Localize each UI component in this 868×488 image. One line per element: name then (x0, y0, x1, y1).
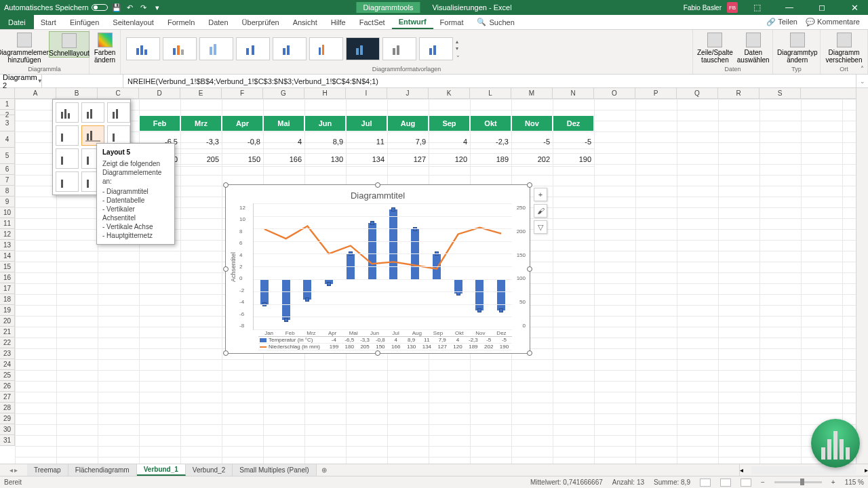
column-header[interactable]: A (15, 88, 56, 98)
vertical-scrollbar[interactable] (856, 88, 868, 464)
styles-scroll[interactable]: ▴▾⌄ (456, 39, 460, 58)
switch-row-column-button[interactable]: Zeile/Spalte tauschen (697, 31, 733, 64)
row-header[interactable]: 21 (0, 327, 14, 338)
zoom-level[interactable]: 115 % (845, 479, 864, 486)
resize-handle[interactable] (375, 350, 380, 356)
row-header[interactable]: 6 (0, 164, 14, 175)
column-header[interactable]: B (56, 88, 98, 98)
row-header[interactable]: 19 (0, 305, 14, 316)
cell-precip[interactable]: 150 (222, 152, 263, 167)
month-header[interactable]: Nov (511, 115, 553, 131)
resize-handle[interactable] (223, 182, 229, 188)
sheet-nav[interactable]: ◂ ▸ (0, 464, 27, 476)
row-header[interactable]: 12 (0, 229, 14, 240)
row-header[interactable]: 27 (0, 392, 14, 403)
chart-style-thumb[interactable] (419, 37, 453, 60)
row-header[interactable]: 20 (0, 316, 14, 327)
column-header[interactable]: R (718, 88, 760, 98)
comments-button[interactable]: 💬 Kommentare (806, 18, 860, 26)
ribbon-tab-format[interactable]: Format (433, 15, 471, 29)
month-header[interactable]: Jul (346, 115, 387, 131)
chart-style-thumb[interactable] (309, 37, 343, 60)
ribbon-tab-ansicht[interactable]: Ansicht (286, 15, 324, 29)
sheet-tab[interactable]: Small Multiples (Panel) (233, 464, 316, 476)
cell-temp[interactable]: -5 (511, 134, 553, 149)
y-axis-title[interactable]: Achsentitel (229, 203, 238, 330)
file-tab[interactable]: Datei (0, 15, 34, 29)
chart-title[interactable]: Diagrammtitel (229, 188, 527, 203)
row-header[interactable]: 10 (0, 207, 14, 218)
sheet-tab[interactable]: Treemap (27, 464, 68, 476)
redo-icon[interactable]: ↷ (139, 3, 149, 12)
layout-option[interactable] (81, 102, 104, 123)
cell-precip[interactable]: 130 (304, 152, 346, 167)
row-header[interactable]: 30 (0, 424, 14, 435)
column-header[interactable]: P (635, 88, 677, 98)
save-icon[interactable]: 💾 (112, 3, 121, 12)
row-header[interactable]: 23 (0, 348, 14, 359)
month-header[interactable]: Mrz (180, 115, 222, 131)
row-header[interactable]: 18 (0, 294, 14, 305)
close-icon[interactable]: ✕ (841, 0, 868, 15)
month-header[interactable]: Okt (470, 115, 511, 131)
row-header[interactable]: 25 (0, 370, 14, 381)
cell-temp[interactable]: -2,3 (470, 134, 511, 149)
ribbon-tab-formeln[interactable]: Formeln (161, 15, 201, 29)
resize-handle[interactable] (375, 182, 380, 188)
resize-handle[interactable] (223, 350, 229, 356)
sheet-tab[interactable]: Verbund_1 (137, 464, 186, 476)
chart-style-thumb[interactable] (236, 37, 270, 60)
chart-style-thumb[interactable] (126, 37, 160, 60)
layout-option[interactable] (56, 125, 79, 146)
row-header[interactable]: 11 (0, 218, 14, 229)
qat-customize-icon[interactable]: ▾ (153, 3, 162, 12)
row-header[interactable]: 3 (0, 115, 14, 131)
undo-icon[interactable]: ↶ (125, 3, 135, 12)
row-header[interactable]: 26 (0, 381, 14, 392)
collapse-ribbon-icon[interactable]: ˄ (861, 65, 864, 73)
row-header[interactable]: 15 (0, 262, 14, 272)
column-header[interactable]: E (180, 88, 222, 98)
zoom-out-button[interactable]: − (761, 479, 765, 486)
row-header[interactable]: 2 (0, 110, 14, 115)
move-chart-button[interactable]: Diagramm verschieben (825, 31, 863, 64)
row-header[interactable]: 31 (0, 435, 14, 446)
month-header[interactable]: Apr (222, 115, 263, 131)
row-header[interactable]: 24 (0, 359, 14, 370)
row-header[interactable]: 13 (0, 240, 14, 251)
chart-elements-button[interactable]: + (534, 188, 547, 201)
row-header[interactable]: 4 (0, 131, 14, 148)
cell-precip[interactable]: 134 (346, 152, 387, 167)
name-box[interactable]: Diagramm 2▼ (0, 75, 42, 87)
resize-handle[interactable] (223, 266, 229, 272)
select-data-button[interactable]: Daten auswählen (737, 31, 770, 64)
select-all-corner[interactable] (0, 88, 15, 99)
cell-precip[interactable]: 166 (263, 152, 304, 167)
chart-style-thumb[interactable] (273, 37, 307, 60)
ribbon-tab-seitenlayout[interactable]: Seitenlayout (106, 15, 161, 29)
row-header[interactable]: 29 (0, 413, 14, 424)
column-header[interactable]: H (304, 88, 346, 98)
chart-filter-button[interactable]: ▽ (534, 220, 547, 234)
column-header[interactable]: I (346, 88, 387, 98)
quick-layout-button[interactable]: Schnelllayout (49, 31, 90, 58)
column-header[interactable]: G (263, 88, 304, 98)
chart-style-thumb[interactable] (382, 37, 416, 60)
cell-temp[interactable]: -0,8 (222, 134, 263, 149)
page-break-view-button[interactable] (741, 479, 751, 487)
normal-view-button[interactable] (700, 479, 711, 487)
minimize-icon[interactable]: — (776, 0, 803, 15)
row-header[interactable]: 17 (0, 283, 14, 294)
share-button[interactable]: 🔗 Teilen (766, 18, 797, 26)
column-header[interactable]: C (98, 88, 139, 98)
search-tab[interactable]: 🔍 Suchen (470, 15, 521, 29)
column-header[interactable]: D (139, 88, 180, 98)
user-avatar[interactable]: FB (727, 2, 738, 13)
row-header[interactable]: 28 (0, 403, 14, 413)
cell-temp[interactable]: 4 (429, 134, 470, 149)
cell-precip[interactable]: 127 (387, 152, 429, 167)
ribbon-tab-entwurf[interactable]: Entwurf (392, 15, 433, 29)
row-header[interactable]: 9 (0, 197, 14, 207)
month-header[interactable]: Mai (263, 115, 304, 131)
chart-styles-gallery[interactable]: ▴▾⌄ (125, 31, 688, 66)
